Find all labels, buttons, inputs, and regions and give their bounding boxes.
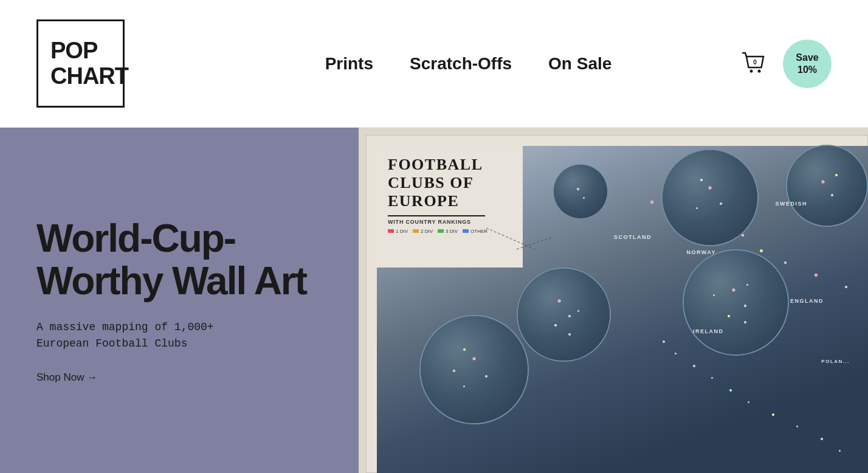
map-title-area: FOOTBALL CLUBS OF EUROPE WITH COUNTRY RA… bbox=[377, 146, 523, 268]
circle-iberia bbox=[419, 315, 529, 424]
country-label-norway: NORWAY bbox=[686, 249, 716, 255]
legend-3div-label: 3 DIV bbox=[446, 229, 458, 234]
legend-1div-color bbox=[388, 229, 394, 233]
circle-scandinavia bbox=[661, 149, 759, 246]
club-dot bbox=[748, 401, 749, 403]
circle-east bbox=[786, 145, 868, 227]
cart-button[interactable]: 0 bbox=[739, 48, 771, 80]
nav-item-on-sale[interactable]: On Sale bbox=[548, 54, 611, 74]
country-label-england: ENGLAND bbox=[790, 298, 824, 304]
club-dot bbox=[784, 261, 787, 264]
club-dot bbox=[693, 365, 695, 367]
logo-box: POP CHART bbox=[36, 19, 125, 108]
hero-cta-link[interactable]: Shop Now → bbox=[36, 371, 322, 384]
logo-line1: POP bbox=[50, 38, 111, 64]
save-badge[interactable]: Save 10% bbox=[783, 40, 832, 88]
legend-2div-label: 2 DIV bbox=[421, 229, 433, 234]
club-dot bbox=[663, 340, 665, 343]
country-label-sweden: SWEDISH bbox=[775, 201, 807, 207]
nav-item-prints[interactable]: Prints bbox=[325, 54, 373, 74]
legend-3div: 3 DIV bbox=[438, 229, 458, 234]
hero-left: World-Cup-Worthy Wall Art A massive mapp… bbox=[0, 128, 359, 473]
circle-british bbox=[517, 268, 611, 362]
country-label-scotland: SCOTLAND bbox=[614, 234, 652, 240]
map-container: FOOTBALL CLUBS OF EUROPE WITH COUNTRY RA… bbox=[359, 128, 868, 473]
country-label-ireland: IRELAND bbox=[693, 328, 724, 334]
circle-france-germany bbox=[683, 249, 789, 356]
hero-title: World-Cup-Worthy Wall Art bbox=[36, 217, 322, 303]
logo-line2: CHART bbox=[50, 64, 111, 89]
map-title-europe: EUROPE bbox=[388, 192, 512, 210]
club-dot bbox=[675, 353, 677, 354]
legend-other-label: OTHER bbox=[470, 229, 487, 234]
legend-2div: 2 DIV bbox=[413, 229, 433, 234]
club-dot bbox=[839, 450, 841, 452]
club-dot bbox=[742, 234, 744, 236]
map-legend: 1 DIV 2 DIV 3 DIV OTHER bbox=[388, 229, 512, 234]
nav-item-scratch-offs[interactable]: Scratch-Offs bbox=[410, 54, 512, 74]
map-title-football: FOOTBALL bbox=[388, 156, 512, 174]
club-dot bbox=[729, 389, 732, 392]
legend-1div-label: 1 DIV bbox=[396, 229, 408, 234]
map-small-text: WITH COUNTRY RANKINGS bbox=[388, 219, 512, 225]
svg-point-1 bbox=[758, 69, 761, 72]
circle-nordic-small bbox=[553, 164, 608, 219]
legend-2div-color bbox=[413, 229, 419, 233]
hero-section: World-Cup-Worthy Wall Art A massive mapp… bbox=[0, 128, 868, 473]
club-dot bbox=[760, 249, 763, 252]
map-title-clubs: CLUBS OF bbox=[388, 174, 512, 192]
club-dot bbox=[711, 377, 713, 379]
save-badge-line1: Save bbox=[796, 52, 818, 63]
main-nav: Prints Scratch-Offs On Sale bbox=[198, 54, 739, 74]
legend-other: OTHER bbox=[463, 229, 487, 234]
logo-container[interactable]: POP CHART bbox=[36, 19, 125, 108]
club-dot bbox=[845, 286, 847, 288]
legend-3div-color bbox=[438, 229, 444, 233]
cart-count-text: 0 bbox=[753, 59, 757, 66]
save-badge-line2: 10% bbox=[797, 64, 817, 75]
map-divider bbox=[388, 215, 485, 216]
country-label-poland: POLAN... bbox=[821, 359, 850, 364]
club-dot bbox=[821, 438, 823, 440]
hero-right: FOOTBALL CLUBS OF EUROPE WITH COUNTRY RA… bbox=[359, 128, 868, 473]
header: POP CHART Prints Scratch-Offs On Sale 0 … bbox=[0, 0, 868, 128]
club-dot bbox=[650, 201, 653, 204]
club-dot bbox=[796, 426, 798, 427]
legend-other-color bbox=[463, 229, 469, 233]
club-dot bbox=[772, 413, 774, 416]
header-right: 0 Save 10% bbox=[739, 40, 832, 88]
legend-1div: 1 DIV bbox=[388, 229, 408, 234]
hero-subtitle: A massive mapping of 1,000+ European Foo… bbox=[36, 319, 322, 352]
svg-point-0 bbox=[750, 69, 753, 72]
club-dot bbox=[815, 274, 818, 277]
